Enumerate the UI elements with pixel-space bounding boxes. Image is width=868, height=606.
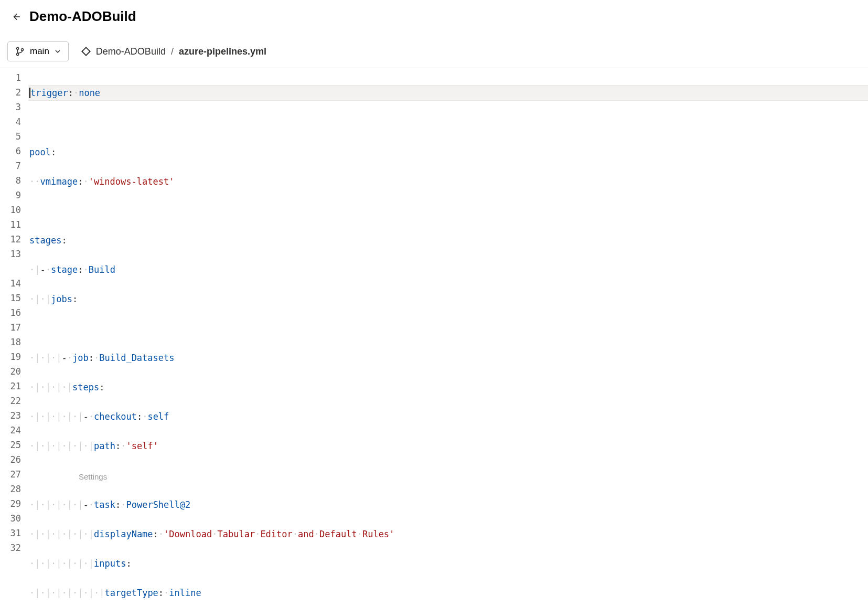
toolbar: main Demo-ADOBuild / azure-pipelines.yml: [0, 37, 868, 68]
breadcrumb-file: azure-pipelines.yml: [179, 46, 266, 57]
svg-point-0: [16, 47, 18, 49]
code-line[interactable]: pool:: [28, 145, 868, 160]
chevron-down-icon: [55, 48, 61, 55]
code-line[interactable]: ··vmimage:·'windows-latest': [28, 174, 868, 189]
code-line[interactable]: trigger:·none: [28, 85, 868, 101]
file-icon: [81, 47, 91, 56]
settings-codelens[interactable]: Settings: [79, 470, 107, 484]
code-line[interactable]: ·|·|·|·|·|·|displayName:·'Download·Tabul…: [28, 527, 868, 541]
breadcrumb-repo[interactable]: Demo-ADOBuild: [96, 46, 166, 57]
code-line[interactable]: ·|·|·|·|·|-·task:·PowerShell@2: [28, 497, 868, 512]
page-title: Demo-ADOBuild: [29, 8, 136, 25]
code-line[interactable]: ·|·|·|-·job:·Build_Datasets: [28, 350, 868, 365]
arrow-left-icon: [11, 12, 20, 22]
code-line[interactable]: ·|·|jobs:: [28, 292, 868, 306]
code-line[interactable]: ·|·|·|·|steps:: [28, 380, 868, 395]
code-line[interactable]: [28, 321, 868, 336]
page-header: Demo-ADOBuild: [0, 0, 868, 37]
code-line[interactable]: ·|·|·|·|·|-·checkout:·self: [28, 409, 868, 424]
code-content[interactable]: trigger:·none pool: ··vmimage:·'windows-…: [28, 70, 868, 606]
code-line[interactable]: [28, 115, 868, 130]
breadcrumb: Demo-ADOBuild / azure-pipelines.yml: [81, 46, 266, 57]
branch-name: main: [30, 46, 49, 57]
svg-point-2: [21, 49, 23, 51]
branch-icon: [15, 47, 25, 56]
svg-point-1: [16, 54, 18, 56]
gutter: 123456789 10111213141516171819 202122232…: [0, 70, 28, 606]
code-line[interactable]: ·|·|·|·|·|·|·|targetType:·inline: [28, 586, 868, 600]
back-button[interactable]: [9, 10, 22, 23]
code-line[interactable]: ·|·|·|·|·|·|path:·'self': [28, 439, 868, 453]
branch-selector[interactable]: main: [7, 41, 69, 61]
breadcrumb-separator: /: [171, 46, 174, 57]
code-line[interactable]: stages:: [28, 233, 868, 248]
code-line[interactable]: ·|·|·|·|·|·|inputs:: [28, 556, 868, 571]
code-line[interactable]: [28, 204, 868, 218]
code-line[interactable]: ·|-·stage:·Build: [28, 262, 868, 277]
code-lens-row: Settings: [28, 468, 868, 483]
code-editor[interactable]: 123456789 10111213141516171819 202122232…: [0, 68, 868, 606]
